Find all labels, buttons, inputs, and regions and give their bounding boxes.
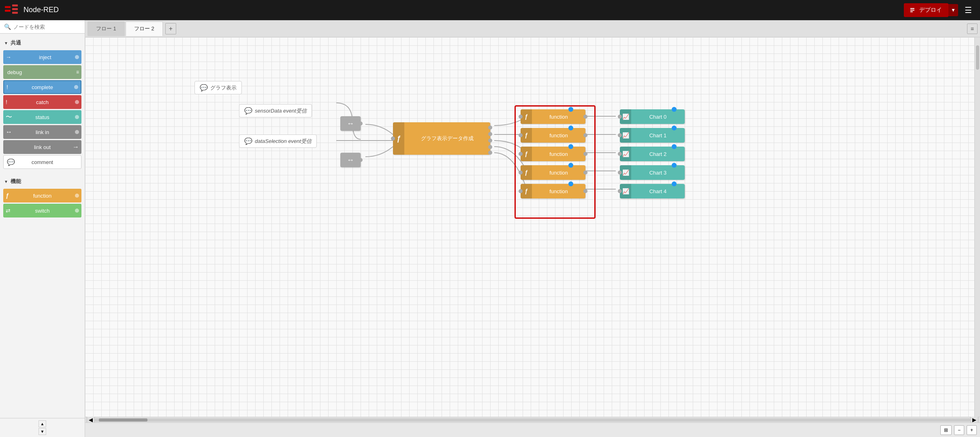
zoom-in-button[interactable]: + [967, 425, 977, 435]
chart-node-0[interactable]: 📈 Chart 0 [620, 109, 685, 124]
function-node-2[interactable]: ƒ function [521, 147, 585, 161]
sidebar-item-function[interactable]: ƒ function [3, 189, 81, 203]
function-node-0[interactable]: ƒ function [521, 109, 585, 124]
function-node-1[interactable]: ƒ function [521, 128, 585, 143]
sidebar-item-complete[interactable]: ! complete [3, 80, 81, 94]
port-left-f0 [519, 115, 523, 119]
chart-node-4[interactable]: 📈 Chart 4 [620, 184, 685, 198]
switch-icon: ⇄ [6, 207, 11, 214]
deploy-dropdown-button[interactable]: ▼ [948, 4, 958, 16]
port-out-1 [488, 132, 492, 136]
canvas[interactable]: 💬 グラフ表示 💬 sensorData event受信 💬 dataSelec… [85, 37, 980, 417]
chart-node-1[interactable]: 📈 Chart 1 [620, 128, 685, 143]
tab-flow2[interactable]: フロー 2 [126, 21, 163, 36]
node-dot [75, 100, 79, 104]
blue-dot-c2 [672, 144, 677, 149]
sensor-event-label: sensorData event受信 [255, 107, 307, 115]
fn3-label: function [532, 170, 585, 176]
node-dot [75, 115, 79, 119]
linkout-label: link out [3, 144, 81, 150]
sidebar-item-debug[interactable]: debug ≡ [3, 65, 81, 79]
svg-rect-4 [12, 12, 18, 14]
app-title: Node-RED [23, 6, 59, 14]
blue-dot-c1 [672, 126, 677, 130]
section-function-header[interactable]: ▼ 機能 [0, 175, 85, 188]
port-right-f4 [583, 189, 587, 193]
debug-icon: ≡ [76, 69, 79, 75]
exclaim-icon: ! [6, 99, 7, 105]
function-label: function [3, 193, 81, 199]
sidebar-item-inject[interactable]: → inject [3, 50, 81, 64]
bottom-controls: ⊞ − + [85, 422, 980, 437]
main: 🔍 ▼ 共通 → inject debug ≡ ! complete [0, 20, 980, 437]
bubble-icon: 💬 [200, 84, 208, 92]
svg-rect-1 [5, 10, 11, 12]
port-right-f0 [583, 115, 587, 119]
debug-label: debug [3, 69, 81, 75]
blue-dot-top-1 [568, 126, 573, 130]
section-common-header[interactable]: ▼ 共通 [0, 37, 85, 49]
catch-label: catch [3, 99, 81, 105]
tab-list-button[interactable]: ≡ [967, 23, 978, 34]
zoom-fit-button[interactable]: ⊞ [940, 425, 952, 435]
link-node-2[interactable]: ↔ [340, 153, 361, 167]
hscroll-thumb[interactable] [99, 418, 147, 422]
port-right-f1 [583, 133, 587, 137]
blue-dot-top-2 [568, 144, 573, 149]
graph-data-create-node[interactable]: ƒ グラフ表示データ作成 [393, 122, 490, 155]
port-out-0 [488, 126, 492, 130]
port-right [359, 122, 363, 126]
canvas-vscroll[interactable] [974, 37, 980, 417]
blue-dot-top-0 [568, 107, 573, 112]
scroll-up-button[interactable]: ▲ [38, 420, 47, 427]
deploy-button[interactable]: デプロイ [904, 3, 948, 17]
inject-label: inject [3, 54, 81, 60]
port-left-main [391, 136, 395, 141]
chart3-label: Chart 3 [631, 170, 685, 176]
port-out-2 [488, 139, 492, 143]
link-node-1[interactable]: ↔ [340, 116, 361, 131]
port-left-f1 [519, 133, 523, 137]
port-left-f3 [519, 171, 523, 175]
port-out-4 [488, 151, 492, 155]
comment-node-graph[interactable]: 💬 グラフ表示 [194, 81, 242, 94]
fn0-label: function [532, 114, 585, 120]
chart-node-3[interactable]: 📈 Chart 3 [620, 165, 685, 180]
tab-flow1[interactable]: フロー 1 [88, 21, 125, 36]
port-left-f2 [519, 152, 523, 156]
sidebar-item-linkout[interactable]: link out → [3, 140, 81, 154]
bubble-icon-sensor: 💬 [244, 107, 252, 115]
canvas-wrapper: フロー 1 フロー 2 + ≡ [85, 20, 980, 437]
comment-node-dataselection[interactable]: 💬 dataSelection event受信 [239, 134, 317, 148]
tab-add-button[interactable]: + [165, 23, 176, 34]
port-left-c4 [618, 189, 622, 193]
hamburger-button[interactable]: ☰ [961, 4, 975, 17]
svg-rect-2 [12, 4, 18, 6]
chart0-label: Chart 0 [631, 114, 685, 120]
search-icon: 🔍 [4, 23, 11, 30]
chart4-label: Chart 4 [631, 188, 685, 194]
search-box: 🔍 [0, 20, 85, 34]
comment-node-sensor[interactable]: 💬 sensorData event受信 [239, 104, 312, 117]
logo-icon [5, 4, 19, 16]
arrow-icon: → [6, 54, 11, 60]
sidebar-item-catch[interactable]: ! catch [3, 95, 81, 109]
sidebar-item-status[interactable]: 〜 status [3, 110, 81, 124]
sidebar-content: ▼ 共通 → inject debug ≡ ! complete ! [0, 34, 85, 418]
switch-label: switch [3, 208, 81, 214]
chart1-label: Chart 1 [631, 132, 685, 139]
exclaim-icon: ! [6, 84, 8, 90]
canvas-hscroll: ◀ ▶ [85, 417, 980, 422]
blue-dot-top-4 [568, 181, 573, 186]
chart-node-2[interactable]: 📈 Chart 2 [620, 147, 685, 161]
scroll-down-button[interactable]: ▼ [38, 428, 47, 435]
sidebar-item-linkin[interactable]: ↔ link in [3, 125, 81, 139]
function-node-4[interactable]: ƒ function [521, 184, 585, 198]
sidebar-item-comment[interactable]: 💬 comment [3, 155, 81, 169]
fn1-label: function [532, 132, 585, 139]
sidebar-item-switch[interactable]: ⇄ switch [3, 204, 81, 217]
function-node-3[interactable]: ƒ function [521, 165, 585, 180]
search-input[interactable] [13, 24, 81, 30]
port-left-c2 [618, 152, 622, 156]
zoom-out-button[interactable]: − [954, 425, 964, 435]
